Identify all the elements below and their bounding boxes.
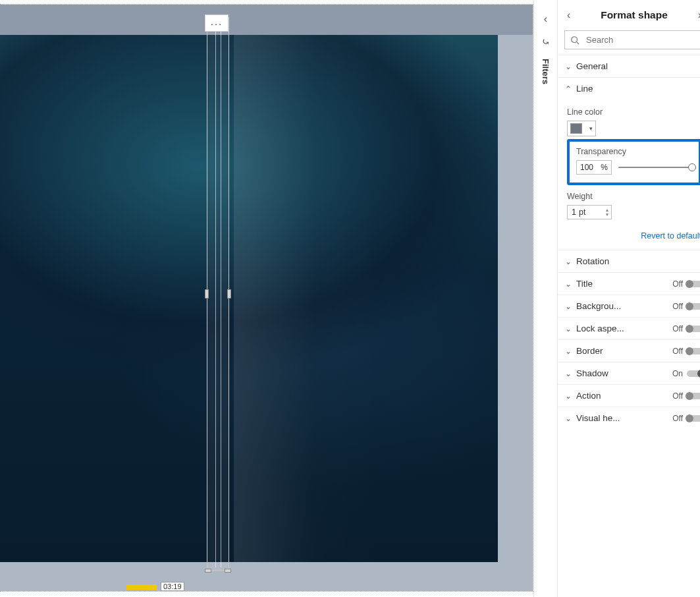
section-label: General [576, 61, 700, 71]
section-label: Action [576, 391, 668, 401]
transparency-unit: % [601, 163, 608, 172]
slider-knob[interactable] [688, 163, 696, 171]
chevron-down-icon: ⌄ [564, 391, 572, 401]
line-color-swatch [570, 123, 582, 134]
panel-nav-prev-icon[interactable]: ‹ [564, 8, 573, 22]
transparency-value: 100 [580, 163, 593, 172]
section-visual-header[interactable]: ⌄ Visual he... Off [558, 407, 700, 429]
line-color-picker[interactable]: ▾ [567, 121, 596, 136]
section-general[interactable]: ⌄ General [558, 55, 700, 77]
resize-handle-bottom-right[interactable] [225, 569, 231, 573]
timeline-segment[interactable] [126, 584, 157, 590]
panel-title: Format shape [601, 9, 668, 21]
shadow-toggle[interactable]: On [672, 369, 700, 378]
border-toggle[interactable]: Off [672, 347, 700, 356]
section-label: Visual he... [576, 413, 668, 423]
section-action[interactable]: ⌄ Action Off [558, 385, 700, 407]
resize-handle-left[interactable] [205, 289, 209, 298]
visual-more-options-button[interactable]: ··· [205, 14, 229, 32]
chevron-down-icon: ⌄ [564, 257, 572, 266]
line-shape-geometry [215, 20, 221, 567]
weight-unit: pt [579, 208, 585, 217]
title-toggle[interactable]: Off [672, 279, 700, 289]
line-color-label: Line color [567, 107, 700, 117]
timeline-timecode: 03:19 [161, 582, 184, 591]
canvas-top-margin [0, 5, 533, 35]
section-line[interactable]: ⌃ Line [558, 78, 700, 100]
format-search-box[interactable] [564, 30, 700, 49]
filters-direction-icon[interactable]: ⤿ [541, 36, 550, 48]
section-label: Title [576, 279, 668, 289]
revert-to-default-link[interactable]: Revert to default [558, 227, 700, 250]
selected-line-shape[interactable] [207, 17, 229, 571]
toggle-state: Off [672, 324, 683, 333]
stepper-down-icon[interactable]: ▾ [606, 212, 608, 217]
chevron-down-icon: ⌄ [564, 347, 572, 356]
chevron-down-icon: ⌄ [564, 414, 572, 423]
search-icon [570, 36, 579, 45]
chevron-down-icon: ⌄ [564, 279, 572, 289]
background-image-visual[interactable] [0, 35, 498, 562]
section-border[interactable]: ⌄ Border Off [558, 340, 700, 362]
chevron-down-icon: ⌄ [564, 62, 572, 71]
transparency-slider[interactable] [618, 167, 692, 168]
resize-handle-bottom-left[interactable] [205, 569, 211, 573]
toggle-state: Off [672, 279, 683, 289]
weight-input[interactable]: 1 pt ▴ ▾ [567, 205, 612, 219]
toggle-state: Off [672, 414, 683, 423]
chevron-down-icon: ⌄ [564, 324, 572, 333]
format-search-input[interactable] [585, 34, 698, 45]
section-background[interactable]: ⌄ Backgrou... Off [558, 295, 700, 317]
transparency-input[interactable]: 100 % [576, 160, 612, 175]
chevron-down-icon: ⌄ [564, 302, 572, 311]
chevron-up-icon: ⌃ [564, 84, 572, 94]
section-label: Line [576, 84, 700, 94]
filters-rail-label[interactable]: Filters [541, 59, 551, 84]
toggle-state: Off [672, 302, 683, 311]
lock-aspect-toggle[interactable]: Off [672, 324, 700, 333]
transparency-label: Transparency [576, 147, 692, 156]
section-title[interactable]: ⌄ Title Off [558, 273, 700, 295]
section-label: Lock aspe... [576, 324, 668, 333]
toggle-state: Off [672, 391, 683, 401]
visual-header-toggle[interactable]: Off [672, 414, 700, 423]
section-label: Rotation [576, 256, 700, 266]
format-pane: ‹ Format shape › ⌄ General [557, 0, 700, 597]
filters-rail: ‹ ⤿ Filters [533, 0, 557, 597]
section-label: Backgrou... [576, 301, 668, 311]
background-toggle[interactable]: Off [672, 302, 700, 311]
section-lock-aspect[interactable]: ⌄ Lock aspe... Off [558, 318, 700, 339]
action-toggle[interactable]: Off [672, 391, 700, 401]
panel-nav-next-icon[interactable]: › [695, 8, 700, 22]
section-label: Border [576, 346, 668, 356]
svg-point-0 [572, 36, 578, 42]
report-canvas[interactable]: ··· 03:19 [0, 4, 533, 592]
svg-line-1 [577, 42, 579, 44]
resize-handle-right[interactable] [227, 289, 231, 298]
section-label: Shadow [576, 368, 668, 378]
weight-label: Weight [567, 192, 700, 201]
weight-value: 1 [572, 208, 576, 217]
collapse-pane-icon[interactable]: ‹ [544, 13, 547, 25]
toggle-state: Off [672, 347, 683, 356]
dropdown-caret-icon: ▾ [589, 125, 593, 132]
section-rotation[interactable]: ⌄ Rotation [558, 250, 700, 272]
chevron-down-icon: ⌄ [564, 369, 572, 378]
transparency-control-highlighted: Transparency 100 % [567, 139, 700, 185]
toggle-state: On [672, 369, 683, 378]
section-shadow[interactable]: ⌄ Shadow On [558, 362, 700, 384]
